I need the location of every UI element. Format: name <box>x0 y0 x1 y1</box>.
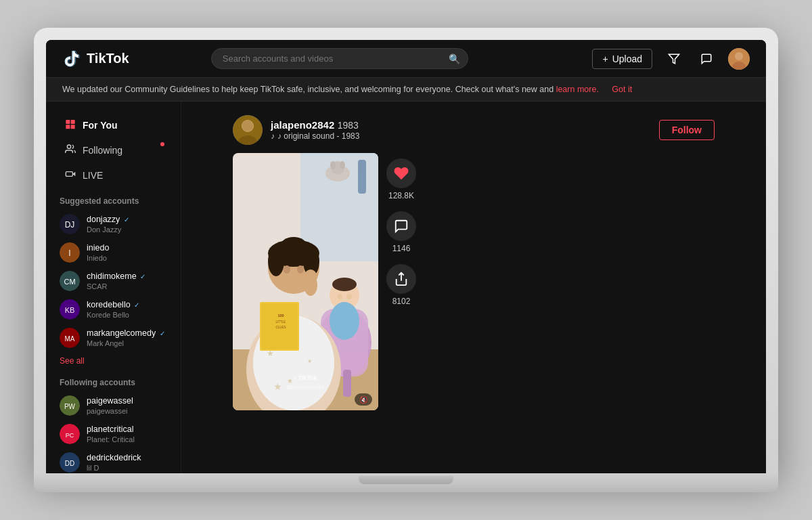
comment-button[interactable]: 1146 <box>386 211 416 253</box>
svg-text:MA: MA <box>65 335 75 343</box>
acc-handle: Mark Angel <box>87 339 165 348</box>
top-nav: TikTok 🔍 + Upload <box>46 40 766 78</box>
list-item[interactable]: DD dedrickdedrick lil D <box>46 448 181 473</box>
svg-text:PW: PW <box>64 403 76 410</box>
post-header: jalapeno2842 1983 ♪ ♪ original sound - 1… <box>233 115 715 145</box>
search-input[interactable] <box>211 48 468 69</box>
username-extra: 1983 <box>338 120 359 131</box>
svg-text:CLUES: CLUES <box>275 326 286 329</box>
svg-rect-9 <box>66 172 72 177</box>
acc-handle: SCAR <box>87 282 145 291</box>
sound-text: ♪ original sound - 1983 <box>277 131 359 141</box>
svg-point-65 <box>346 294 352 299</box>
upload-label: Upload <box>612 53 642 64</box>
search-bar[interactable]: 🔍 <box>211 48 468 69</box>
follow-button[interactable]: Follow <box>659 120 715 140</box>
verified-icon: ✓ <box>134 301 139 309</box>
svg-rect-43 <box>358 160 366 194</box>
list-item[interactable]: KB koredebello ✓ Korede Bello <box>46 295 181 324</box>
verified-icon: ✓ <box>140 273 145 280</box>
acc-name: planetcritical <box>87 424 135 435</box>
heart-icon <box>386 158 416 188</box>
svg-text:DJ: DJ <box>65 220 75 230</box>
search-icon: 🔍 <box>449 53 460 64</box>
list-item[interactable]: PW paigewassel paigewassei <box>46 391 181 420</box>
like-button[interactable]: 128.8K <box>386 158 416 200</box>
sidebar-item-for-you[interactable]: For You <box>51 113 175 137</box>
video-post: jalapeno2842 1983 ♪ ♪ original sound - 1… <box>217 102 731 424</box>
logo-text: TikTok <box>87 51 129 66</box>
svg-point-68 <box>304 269 317 282</box>
verified-icon: ✓ <box>124 216 129 223</box>
list-item[interactable]: DJ donjazzy ✓ Don Jazzy <box>46 210 181 238</box>
svg-text:PC: PC <box>66 432 74 439</box>
post-left: jalapeno2842 1983 ♪ ♪ original sound - 1… <box>233 115 715 410</box>
following-badge <box>160 142 164 146</box>
svg-text:★: ★ <box>273 381 282 392</box>
list-item[interactable]: I iniedo Iniedo <box>46 238 181 267</box>
laptop-base <box>34 473 778 492</box>
list-item[interactable]: PC planetcritical Planet: Critical <box>46 420 181 448</box>
suggested-accounts-title: Suggested accounts <box>46 188 181 210</box>
list-item[interactable]: MA markangelcomedy ✓ Mark Angel <box>46 324 181 352</box>
svg-point-63 <box>332 278 357 291</box>
acc-handle: Planet: Critical <box>87 435 135 444</box>
svg-point-42 <box>340 161 345 169</box>
sidebar-item-following[interactable]: Following <box>51 138 175 162</box>
video-thumbnail[interactable]: ★ ★ ★ ★ <box>233 153 378 410</box>
acc-handle: Korede Bello <box>87 311 139 320</box>
video-container: ★ ★ ★ ★ <box>233 153 715 410</box>
svg-text:LITTLE: LITTLE <box>276 320 286 324</box>
svg-text:♪ TikTok: ♪ TikTok <box>293 374 317 381</box>
sidebar-item-live[interactable]: LIVE <box>51 163 175 188</box>
got-it-button[interactable]: Got it <box>612 85 632 94</box>
acc-handle: lil D <box>87 464 141 473</box>
verified-icon: ✓ <box>160 330 165 337</box>
nav-actions: + Upload <box>592 48 750 70</box>
svg-text:DD: DD <box>65 460 74 467</box>
home-icon <box>65 118 76 132</box>
acc-handle: Iniedo <box>87 254 109 263</box>
share-icon <box>386 264 416 294</box>
sidebar: For You Following <box>46 102 181 473</box>
see-all-link[interactable]: See all <box>46 352 181 370</box>
inbox-icon[interactable] <box>696 48 717 70</box>
post-sound[interactable]: ♪ ♪ original sound - 1983 <box>271 131 651 141</box>
svg-point-55 <box>284 265 290 274</box>
svg-text:KB: KB <box>65 306 75 314</box>
post-avatar[interactable] <box>233 115 263 145</box>
svg-point-2 <box>735 52 743 60</box>
following-accounts-title: Following accounts <box>46 370 181 391</box>
acc-name: chidimokeme ✓ <box>87 271 145 282</box>
upload-plus-icon: + <box>602 53 608 64</box>
svg-text:100: 100 <box>277 313 284 318</box>
acc-name: koredebello ✓ <box>87 299 139 310</box>
list-item[interactable]: CM chidimokeme ✓ SCAR <box>46 267 181 295</box>
likes-count: 128.8K <box>388 191 414 200</box>
svg-point-56 <box>297 265 304 274</box>
svg-point-8 <box>67 145 70 148</box>
svg-rect-6 <box>66 125 70 129</box>
music-note-icon: ♪ <box>271 131 275 141</box>
shares-count: 8102 <box>392 297 411 306</box>
acc-name: iniedo <box>87 242 109 253</box>
svg-point-66 <box>330 302 359 340</box>
banner-link[interactable]: learn more. <box>556 85 599 94</box>
acc-handle: Don Jazzy <box>87 225 129 234</box>
acc-name: donjazzy ✓ <box>87 214 129 225</box>
svg-point-41 <box>330 161 336 169</box>
upload-button[interactable]: + Upload <box>592 49 652 69</box>
sidebar-live-label: LIVE <box>83 170 103 181</box>
action-buttons: 128.8K 1146 <box>386 153 416 306</box>
live-icon <box>65 169 76 182</box>
acc-handle: paigewassei <box>87 407 133 416</box>
username-text[interactable]: jalapeno2842 <box>271 119 334 131</box>
following-icon <box>65 144 76 157</box>
share-button[interactable]: 8102 <box>386 264 416 306</box>
filter-icon[interactable] <box>663 48 685 70</box>
user-avatar[interactable] <box>728 48 750 70</box>
community-banner: We updated our Community Guidelines to h… <box>46 78 766 102</box>
video-scene: ★ ★ ★ ★ <box>233 153 378 410</box>
svg-text:🔇: 🔇 <box>359 395 368 404</box>
banner-text: We updated our Community Guidelines to h… <box>62 85 556 94</box>
